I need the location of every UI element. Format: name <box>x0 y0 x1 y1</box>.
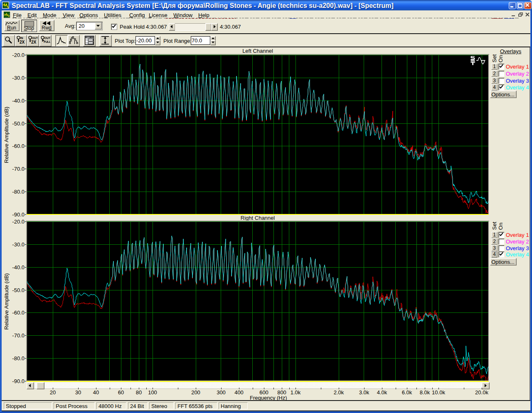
svg-text:OUT: OUT <box>44 37 51 39</box>
svg-text:IN: IN <box>20 37 23 39</box>
svg-text:2X: 2X <box>31 40 37 44</box>
svg-text:OUT: OUT <box>32 37 38 39</box>
svg-text:2X: 2X <box>20 40 25 44</box>
svg-text:FULL: FULL <box>44 40 50 43</box>
svg-text:×•: ×• <box>86 39 88 41</box>
svg-text:×•: ×• <box>86 42 88 44</box>
